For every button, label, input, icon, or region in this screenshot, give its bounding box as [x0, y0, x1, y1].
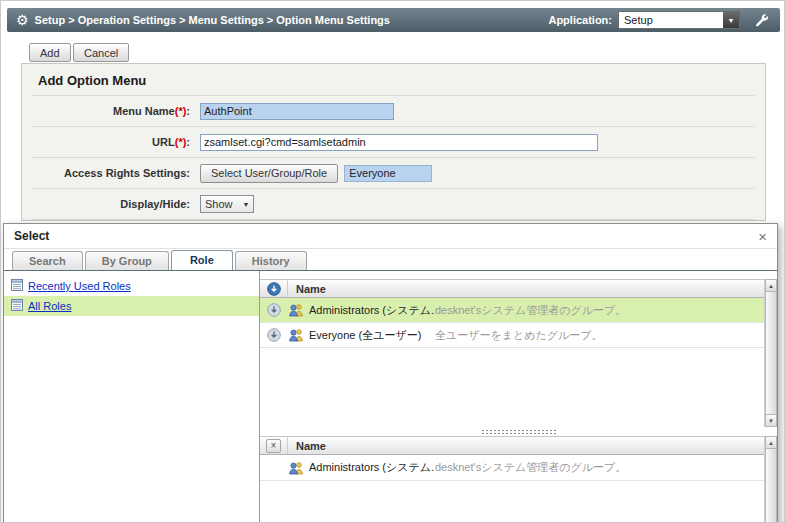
group-icon	[288, 303, 304, 317]
screen: ⚙ Setup > Operation Settings > Menu Sett…	[0, 0, 785, 523]
role-name: Administrators (システム...	[309, 303, 435, 318]
role-description: desknet'sシステム管理者のグループ。	[435, 303, 626, 318]
display-hide-select-value: Show	[201, 198, 239, 210]
role-lists-panel: Name Administrators (システム... desknet'sシス…	[260, 271, 777, 523]
menu-name-label-text: Menu Name	[113, 105, 175, 117]
scrollbar-thumb[interactable]	[765, 292, 777, 414]
selected-list-header: × Name	[260, 436, 764, 455]
dialog-tabs: Search By Group Role History	[4, 249, 777, 271]
add-role-icon[interactable]	[260, 303, 288, 317]
remove-icon-glyph: ×	[266, 439, 281, 453]
url-input[interactable]	[200, 134, 598, 151]
available-list-header: Name	[260, 279, 764, 298]
group-icon	[288, 461, 304, 475]
scroll-up-icon[interactable]: ▲	[765, 436, 777, 449]
label-colon: :	[186, 167, 190, 179]
menu-name-input[interactable]	[200, 103, 394, 120]
required-mark: (*)	[175, 105, 187, 117]
application-select[interactable]: Setup ▼	[618, 11, 740, 29]
tab-search[interactable]: Search	[12, 251, 83, 270]
add-button[interactable]: Add	[29, 43, 71, 62]
scrollbar[interactable]: ▲ ▼	[764, 436, 777, 523]
chevron-down-icon: ▼	[239, 201, 253, 208]
tab-by-group[interactable]: By Group	[85, 251, 169, 270]
select-user-group-role-button[interactable]: Select User/Group/Role	[200, 164, 338, 183]
dialog-body: Recently Used Roles All Roles Na	[4, 271, 777, 523]
scroll-up-icon[interactable]: ▲	[765, 279, 777, 292]
url-label-text: URL	[152, 136, 175, 148]
chevron-down-icon: ▼	[723, 12, 739, 28]
scrollbar-thumb[interactable]	[765, 449, 777, 522]
url-label: URL(*):	[32, 136, 190, 148]
sidebar-item-recently-used-roles[interactable]: Recently Used Roles	[4, 276, 259, 296]
dialog-title: Select	[14, 229, 49, 243]
breadcrumb: Setup > Operation Settings > Menu Settin…	[35, 14, 390, 26]
wrench-icon[interactable]	[754, 13, 769, 28]
display-hide-select[interactable]: Show ▼	[200, 195, 254, 213]
name-column-header: Name	[288, 283, 326, 295]
add-option-menu-panel: Add Option Menu Menu Name(*): URL(*):	[21, 63, 766, 221]
selected-roles-list: × Name Administrators (システム... desknet's…	[260, 436, 777, 523]
role-name: Everyone (全ユーザー)	[309, 328, 435, 343]
cancel-button[interactable]: Cancel	[73, 43, 129, 62]
page-title: Add Option Menu	[22, 64, 765, 95]
table-row[interactable]: Administrators (システム... desknet'sシステム管理者…	[260, 455, 764, 481]
name-column-header: Name	[288, 440, 326, 452]
role-nav-panel: Recently Used Roles All Roles	[4, 271, 260, 523]
access-rights-value[interactable]: Everyone	[344, 165, 432, 182]
splitter-grip	[481, 429, 557, 435]
gear-icon: ⚙	[16, 13, 29, 27]
tab-history[interactable]: History	[235, 251, 307, 270]
access-rights-row: Access Rights Settings: Select User/Grou…	[32, 158, 755, 189]
label-colon: :	[186, 198, 190, 210]
group-icon	[288, 328, 304, 342]
access-rights-label-text: Access Rights Settings	[64, 167, 186, 179]
scroll-down-icon[interactable]: ▼	[765, 414, 777, 427]
label-colon: :	[186, 136, 190, 148]
dialog-title-bar: Select ×	[4, 224, 777, 249]
add-role-icon[interactable]	[260, 328, 288, 342]
close-icon[interactable]: ×	[758, 228, 767, 245]
roles-list-icon	[11, 279, 23, 293]
available-roles-list: Name Administrators (システム... desknet'sシス…	[260, 271, 777, 427]
tab-role[interactable]: Role	[171, 250, 233, 270]
roles-list-icon	[11, 299, 23, 313]
required-mark: (*)	[175, 136, 187, 148]
sidebar-item-all-roles[interactable]: All Roles	[4, 296, 259, 316]
table-row[interactable]: Administrators (システム... desknet'sシステム管理者…	[260, 298, 764, 323]
all-roles-link: All Roles	[28, 300, 71, 312]
access-rights-label: Access Rights Settings:	[32, 167, 190, 179]
scrollbar[interactable]: ▲ ▼	[764, 279, 777, 427]
selected-rows: Administrators (システム... desknet'sシステム管理者…	[260, 455, 764, 481]
menu-name-row: Menu Name(*):	[32, 96, 755, 127]
application-select-value: Setup	[619, 14, 723, 26]
add-all-icon[interactable]	[260, 280, 288, 297]
table-row[interactable]: Everyone (全ユーザー) 全ユーザーをまとめたグループ。	[260, 323, 764, 348]
role-description: 全ユーザーをまとめたグループ。	[435, 328, 603, 343]
select-dialog: Select × Search By Group Role History Re…	[3, 223, 778, 523]
application-label: Application:	[548, 14, 612, 26]
menu-name-label: Menu Name(*):	[32, 105, 190, 117]
form-rows: Menu Name(*): URL(*): Access Rights Sett…	[32, 95, 755, 220]
display-hide-row: Display/Hide: Show ▼	[32, 189, 755, 220]
url-row: URL(*):	[32, 127, 755, 158]
display-hide-label: Display/Hide:	[32, 198, 190, 210]
remove-icon[interactable]: ×	[260, 437, 288, 454]
splitter-handle[interactable]	[260, 427, 777, 436]
available-rows: Administrators (システム... desknet'sシステム管理者…	[260, 298, 764, 348]
recently-used-roles-link: Recently Used Roles	[28, 280, 131, 292]
header-right: Application: Setup ▼	[548, 11, 780, 29]
label-colon: :	[186, 105, 190, 117]
role-description: desknet'sシステム管理者のグループ。	[435, 460, 626, 475]
header-bar: ⚙ Setup > Operation Settings > Menu Sett…	[7, 8, 780, 32]
display-hide-label-text: Display/Hide	[120, 198, 186, 210]
role-name: Administrators (システム...	[309, 460, 435, 475]
